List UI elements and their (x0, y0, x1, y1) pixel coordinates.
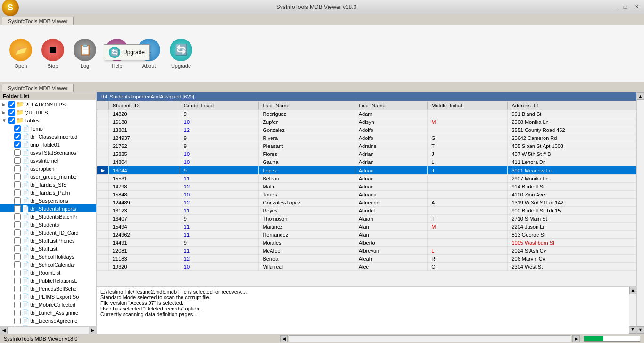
tree-item-tbl_periodsbellsche[interactable]: 📄tbl_PeriodsBellSche (0, 285, 96, 293)
tree-item-usysinternet[interactable]: 📄usysInternet (0, 156, 96, 164)
tree-checkbox-tbl_licenseagreeme[interactable] (14, 318, 21, 324)
table-row[interactable]: 144919MoralesAlberto1005 Washburn St (97, 239, 636, 247)
tree-item-tbl_students[interactable]: 📄tbl_Students (0, 220, 96, 229)
tree-item-tmp_table01[interactable]: 📄tmp_Table01 (0, 140, 96, 148)
tree-checkbox-tbl_studentsimports[interactable] (14, 205, 21, 212)
data-table-container[interactable]: Student_IDGrade_LevelLast_NameFirst_Name… (97, 101, 636, 286)
table-row[interactable]: 12448912Gonzales-LopezAdrienneA1319 W 3r… (97, 199, 636, 207)
tree-item-tbl_student_id_card[interactable]: 📄tbl_Student_ID_Card (0, 229, 96, 237)
app-tab[interactable]: SysInfoTools MDB Viewer (2, 17, 74, 25)
log-scrollbar[interactable]: ▲ ▼ (629, 287, 636, 334)
second-tab[interactable]: SysInfoTools MDB Viewer (2, 84, 74, 92)
upgrade-button[interactable]: 🔄 Upgrade (166, 37, 196, 71)
tree-toggle-queries[interactable]: ▶ (2, 110, 8, 115)
stop-button[interactable]: ⏹ Stop (38, 37, 68, 71)
tree-item-tbl_stafflist[interactable]: 📄tbl_StaffList (0, 245, 96, 253)
col-header-address_l1[interactable]: Address_L1 (508, 101, 636, 110)
tree-checkbox-tbl_studentsbatchpr[interactable] (14, 213, 21, 220)
col-header-grade_level[interactable]: Grade_Level (180, 101, 259, 110)
tree-item-tbl_studentsbatchpr[interactable]: 📄tbl_StudentsBatchPr (0, 212, 96, 220)
table-row[interactable]: 1380112GonzalezAdolfo2551 County Road 45… (97, 126, 636, 134)
tree-checkbox-tbl_periodsbellsche[interactable] (14, 286, 21, 292)
tree-checkbox-tbl_stafflistphones[interactable] (14, 237, 21, 244)
table-row[interactable]: 2118312BerroaAleahR206 Marvin Cv (97, 255, 636, 263)
tree-checkbox-usyststatscenarios[interactable] (14, 149, 21, 156)
open-button[interactable]: 📂 Open (6, 37, 36, 71)
tree-checkbox-tbl_tardies_palm[interactable] (14, 189, 21, 196)
table-row[interactable]: 1584810TorresAdriana4100 Zion Ave (97, 191, 636, 199)
tree-checkbox-useroption[interactable] (14, 165, 21, 172)
tree-item-tbl_roomlist[interactable]: 📄tbl_RoomList (0, 269, 96, 277)
tree-checkbox-tbl_suspensions[interactable] (14, 197, 21, 204)
tree-checkbox-tbl_schoolcalendar[interactable] (14, 261, 21, 268)
tree-item-tbl_studentsimports[interactable]: 📄tbl_StudentsImports (0, 204, 96, 212)
tree-checkbox-tbl_classesimported[interactable] (14, 133, 21, 140)
tree-checkbox-tbl_student_id_card[interactable] (14, 229, 21, 236)
col-header-middle_initial[interactable]: Middle_Initial (428, 101, 508, 110)
table-row[interactable]: 2208111McAfeeAlbreyunL2024 S Ash Cv (97, 247, 636, 255)
content-vscrollbar[interactable]: ▲ ▼ (636, 92, 644, 334)
tree-item-tbl_mobilecollected[interactable]: 📄tbl_MobileCollected (0, 301, 96, 309)
table-row[interactable]: 217629PleasantAdraineT405 Sloan St Apt 1… (97, 142, 636, 150)
tree-checkbox-user_group_membe[interactable] (14, 173, 21, 180)
table-row[interactable]: 148209RodriguezAdam901 Bland St (97, 110, 636, 118)
tree-item-tbl_suspensions[interactable]: 📄tbl_Suspensions (0, 196, 96, 204)
tree-checkbox-tbl_stafflist[interactable] (14, 245, 21, 252)
tree-item-tbl_stafflistphones[interactable]: 📄tbl_StaffListPhones (0, 237, 96, 245)
col-header-last_name[interactable]: Last_Name (259, 101, 355, 110)
table-row[interactable]: 1582510FloresAdrianJ407 W 5th St # B (97, 150, 636, 158)
tree-checkbox-relationships[interactable] (8, 101, 15, 108)
tree-checkbox-tbl_publicrelationsl[interactable] (14, 278, 21, 284)
tree-item-relationships[interactable]: ▶📁RELATIONSHIPS (0, 100, 96, 108)
minimize-button[interactable]: — (610, 3, 618, 11)
window-controls[interactable]: — □ ✕ (610, 3, 640, 11)
tree-item-tbl_peims_export_so[interactable]: 📄tbl_PEIMS Export So (0, 293, 96, 301)
table-row[interactable]: ▶160449LopezAdrianJ3001 Meadow Ln (97, 166, 636, 175)
tree-item-tbl_tardies_sis[interactable]: 📄tbl_Tardies_SIS (0, 180, 96, 188)
log-button[interactable]: 📋 Log (70, 37, 100, 71)
tree-checkbox-tbl_peims_export_so[interactable] (14, 294, 21, 300)
table-row[interactable]: 1249379RiveraAdolfoG20642 Cameron Rd (97, 134, 636, 142)
tree-checkbox-tbl_tardies_sis[interactable] (14, 181, 21, 188)
table-row[interactable]: 1932010VillarrealAlecC2304 West St (97, 263, 636, 271)
tree-item-tbl_schoolholidays[interactable]: 📄tbl_SchoolHolidays (0, 253, 96, 261)
tree-item-tbl_lunch_assignm[interactable]: 📄tbl_Lunch_Assignme (0, 309, 96, 317)
tree-checkbox-queries[interactable] (8, 109, 15, 116)
col-header-student_id[interactable]: Student_ID (109, 101, 180, 110)
tree-item-useroption[interactable]: 📄useroption (0, 164, 96, 172)
table-row[interactable]: 1312311ReyesAhudel900 Burkett St Trlr 15 (97, 207, 636, 215)
tree-toggle-relationships[interactable]: ▶ (2, 102, 8, 107)
table-row[interactable]: 1549411MartinezAlanM2204 Jason Ln (97, 223, 636, 231)
tree-item-tbl_classesimported[interactable]: 📄tbl_ClassesImported (0, 132, 96, 140)
close-button[interactable]: ✕ (633, 3, 640, 11)
tree-item-tbl_licenseagreeme[interactable]: 📄tbl_LicenseAgreeme (0, 317, 96, 325)
tree-checkbox-tbl_roomlist[interactable] (14, 270, 21, 276)
col-header-first_name[interactable]: First_Name (355, 101, 428, 110)
folder-list[interactable]: Folder List ▶📁RELATIONSHIPS▶📁QUERIES▼📁Ta… (0, 92, 97, 334)
tree-checkbox-tbl_schoolholidays[interactable] (14, 253, 21, 260)
table-row[interactable]: 1553111BeltranAdrian2907 Monika Ln (97, 175, 636, 183)
tree-checkbox-tables[interactable] (8, 117, 15, 124)
table-row[interactable]: 1480410GaunaAdrianL411 Lenora Dr (97, 158, 636, 166)
tree-toggle-tables[interactable]: ▼ (2, 118, 8, 123)
tree-item-tbl_tardies_palm[interactable]: 📄tbl_Tardies_Palm (0, 188, 96, 196)
tree-checkbox-tbl_mobilecollected[interactable] (14, 302, 21, 308)
tree-checkbox-temp[interactable] (14, 125, 21, 132)
tree-item-usyststatscenarios[interactable]: 📄usysTStatScenarios (0, 148, 96, 156)
folder-list-hscrollbar[interactable]: ◀ ▶ (0, 326, 96, 334)
tree-checkbox-tbl_lunch_assignm[interactable] (14, 310, 21, 316)
bottom-hscrollbar[interactable]: ◀ ▶ (280, 335, 580, 342)
tree-item-user_group_membe[interactable]: 📄user_group_membe (0, 172, 96, 180)
table-row[interactable]: 164079ThompsonAlajahT2710 S Main St (97, 215, 636, 223)
tree-item-tbl_schoolcalendar[interactable]: 📄tbl_SchoolCalendar (0, 261, 96, 269)
tree-item-tbl_publicrelationsl[interactable]: 📄tbl_PublicRelationsL (0, 277, 96, 285)
table-row[interactable]: 1479812MataAdrian914 Burkett St (97, 183, 636, 191)
tree-checkbox-usysinternet[interactable] (14, 157, 21, 164)
tree-checkbox-tmp_table01[interactable] (14, 141, 21, 148)
tree-item-temp[interactable]: 📄Temp (0, 124, 96, 132)
maximize-button[interactable]: □ (621, 3, 629, 11)
tree-checkbox-tbl_students[interactable] (14, 221, 21, 228)
tree-item-tables[interactable]: ▼📁Tables (0, 116, 96, 124)
table-row[interactable]: 12496211HernandezAlan813 George St (97, 231, 636, 239)
table-row[interactable]: 1618810ZupferAdisynM2908 Monika Ln (97, 118, 636, 126)
